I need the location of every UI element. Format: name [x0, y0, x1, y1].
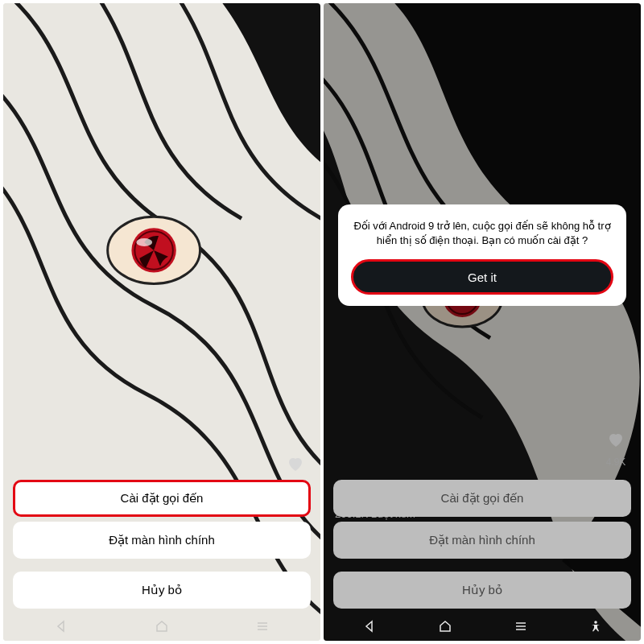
android-navbar — [324, 612, 641, 641]
heart-icon — [605, 430, 626, 455]
nav-back-icon[interactable] — [55, 620, 68, 633]
nav-recents-icon[interactable] — [514, 620, 527, 633]
cancel-button[interactable]: Hủy bỏ — [333, 572, 631, 609]
button-label: Get it — [468, 270, 497, 284]
button-label: Hủy bỏ — [142, 583, 182, 597]
svg-point-10 — [594, 621, 597, 624]
set-incoming-call-button[interactable]: Cài đặt gọi đến — [13, 480, 311, 517]
cancel-button[interactable]: Hủy bỏ — [13, 572, 311, 609]
nav-accessibility-icon[interactable] — [589, 620, 602, 633]
button-label: Đặt màn hình chính — [109, 533, 215, 547]
action-sheet: Cài đặt gọi đến Đặt màn hình chính Hủy b… — [13, 480, 311, 609]
button-label: Hủy bỏ — [462, 583, 502, 597]
set-home-screen-button[interactable]: Đặt màn hình chính — [333, 522, 631, 559]
nav-home-icon[interactable] — [438, 619, 452, 634]
set-incoming-call-button[interactable]: Cài đặt gọi đến — [333, 480, 631, 517]
like-count: 4.9K — [606, 456, 626, 468]
get-it-button[interactable]: Get it — [351, 259, 613, 295]
android-navbar — [3, 612, 320, 641]
button-label: Đặt màn hình chính — [429, 533, 535, 547]
nav-recents-icon[interactable] — [256, 620, 269, 633]
heart-icon — [285, 454, 306, 479]
dialog-message: Đối với Android 9 trở lên, cuộc gọi đến … — [351, 219, 613, 248]
screen-right: 4.9K 200.1K Lượt xem Cài đặt gọi đến Đặt… — [324, 3, 641, 641]
svg-point-4 — [136, 238, 152, 246]
set-home-screen-button[interactable]: Đặt màn hình chính — [13, 522, 311, 559]
nav-back-icon[interactable] — [363, 620, 376, 633]
like-button[interactable]: 4.9K — [605, 430, 626, 468]
button-label: Cài đặt gọi đến — [121, 491, 204, 506]
action-sheet: Cài đặt gọi đến Đặt màn hình chính Hủy b… — [333, 480, 631, 609]
button-label: Cài đặt gọi đến — [441, 491, 524, 506]
nav-home-icon[interactable] — [155, 619, 169, 634]
confirm-dialog: Đối với Android 9 trở lên, cuộc gọi đến … — [338, 204, 626, 306]
screen-left: 4.9K Cài đặt gọi đến Đặt màn hình chính … — [3, 3, 320, 641]
